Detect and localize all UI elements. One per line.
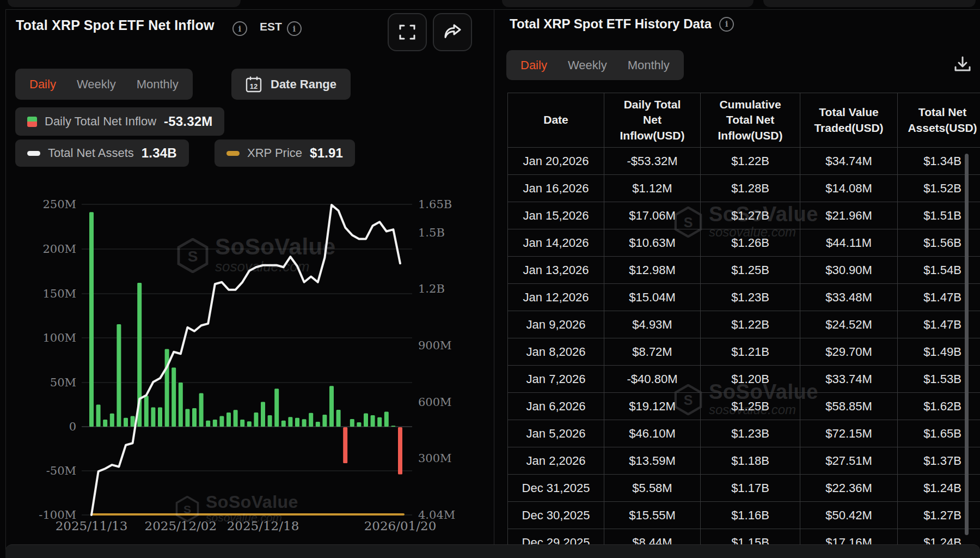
inflow-bar[interactable] [117,324,121,427]
value-cell: $58.85M [800,393,898,420]
inflow-bar[interactable] [151,407,155,427]
value-cell: $15.55M [604,502,701,529]
table-row[interactable]: Jan 6,2026$19.12M$1.25B$58.85M$1.62B [508,393,980,420]
inflow-bar[interactable] [226,413,231,427]
table-row[interactable]: Jan 12,2026$15.04M$1.23B$33.48M$1.47B [508,284,980,311]
table-row[interactable]: Dec 30,2025$15.55M$1.16B$50.42M$1.27B [508,502,980,529]
inflow-bar[interactable] [377,417,382,427]
inflow-bar[interactable] [336,410,341,427]
value-cell: $15.04M [604,284,701,311]
inflow-bar[interactable] [268,415,272,427]
inflow-bar[interactable] [103,420,107,427]
inflow-bar[interactable] [206,421,210,427]
left-axis-tick: 0 [0,420,76,434]
download-button[interactable] [952,53,973,75]
inflow-bar[interactable] [110,414,114,427]
left-axis-tick: 100M [0,331,76,345]
inflow-bar[interactable] [316,422,320,427]
value-cell: $46.10M [604,420,701,447]
table-row[interactable]: Jan 14,2026$10.63M$1.26B$44.11M$1.56B [508,229,980,257]
tab-weekly[interactable]: Weekly [568,58,607,72]
column-header: Cumulative Total Net Inflow(USD) [701,93,800,148]
inflow-bar[interactable] [343,427,347,463]
inflow-bar[interactable] [213,420,217,427]
inflow-bar[interactable] [371,415,375,427]
inflow-bar[interactable] [288,417,292,427]
inflow-bar[interactable] [329,386,334,427]
table-row[interactable]: Jan 2,2026$13.59M$1.18B$27.51M$1.37B [508,447,980,475]
value-cell: $29.70M [800,338,898,366]
value-cell: -$53.32M [604,148,701,175]
inflow-bar[interactable] [96,405,101,427]
table-row[interactable]: Jan 7,2026-$40.80M$1.20B$33.74M$1.53B [508,366,980,393]
value-cell: $1.18B [701,447,800,475]
right-axis-tick: 300M [418,451,452,465]
table-row[interactable]: Jan 13,2026$12.98M$1.25B$30.90M$1.54B [508,257,980,284]
inflow-bar[interactable] [165,349,169,427]
inflow-bar[interactable] [158,407,162,427]
right-axis-tick: 900M [418,338,452,353]
inflow-bar[interactable] [240,420,244,427]
inflow-bar[interactable] [295,418,299,427]
tab-monthly[interactable]: Monthly [628,58,670,72]
table-row[interactable]: Jan 16,2026$1.12M$1.28B$14.08M$1.52B [508,175,980,202]
inflow-bar[interactable] [247,421,252,427]
inflow-bar[interactable] [219,416,224,427]
inflow-bar[interactable] [391,426,395,427]
date-cell: Jan 12,2026 [508,284,604,311]
inflow-bar[interactable] [302,419,307,427]
value-cell: $22.36M [800,475,898,502]
date-cell: Jan 5,2026 [508,420,604,447]
inflow-bar[interactable] [234,410,238,427]
value-cell: $1.21B [701,338,800,366]
inflow-bar[interactable] [192,408,197,427]
inflow-bar[interactable] [89,212,94,427]
inflow-bar[interactable] [322,415,327,427]
right-axis-tick: 1.65B [418,197,452,211]
value-cell: $44.11M [800,229,898,257]
column-header: Total Net Assets(USD) [898,93,980,148]
date-cell: Jan 9,2026 [508,311,604,338]
panel-divider [494,10,494,544]
value-cell: $13.59M [604,447,701,475]
download-icon [954,56,971,73]
history-table: DateDaily Total Net Inflow(USD)Cumulativ… [507,93,980,556]
x-axis-tick: 2026/01/20 [351,519,449,533]
inflow-bar[interactable] [274,389,279,427]
inflow-bar[interactable] [261,402,265,427]
table-row[interactable]: Jan 5,2026$46.10M$1.23B$72.15M$1.65B [508,420,980,447]
inflow-bar[interactable] [144,396,149,427]
inflow-bar[interactable] [131,416,135,427]
tab-daily[interactable]: Daily [520,58,547,72]
value-cell: $1.17B [701,475,800,502]
table-row[interactable]: Jan 8,2026$8.72M$1.21B$29.70M$1.49B [508,338,980,366]
table-scrollbar[interactable] [965,154,969,535]
inflow-bar[interactable] [384,411,389,427]
x-axis-tick: 2025/12/18 [214,519,312,533]
inflow-bar[interactable] [350,419,354,427]
table-row[interactable]: Dec 31,2025$5.58M$1.17B$22.36M$1.24B [508,475,980,502]
inflow-bar[interactable] [398,427,402,474]
value-cell: $1.25B [701,393,800,420]
table-info-icon[interactable]: i [719,17,734,32]
table-row[interactable]: Jan 15,2026$17.06M$1.27B$21.96M$1.51B [508,202,980,229]
inflow-bar[interactable] [171,368,176,427]
inflow-bar[interactable] [179,383,183,427]
inflow-bar[interactable] [124,418,128,427]
date-cell: Dec 31,2025 [508,475,604,502]
inflow-bar[interactable] [309,413,313,427]
inflow-bar[interactable] [254,413,258,427]
value-cell: $4.93M [604,311,701,338]
date-cell: Jan 20,2026 [508,148,604,175]
inflow-bar[interactable] [185,409,189,427]
value-cell: $30.90M [800,257,898,284]
right-axis-tick: 600M [418,395,452,409]
table-row[interactable]: Jan 20,2026-$53.32M$1.22B$34.74M$1.34B [508,148,980,175]
table-row[interactable]: Jan 9,2026$4.93M$1.22B$24.52M$1.47B [508,311,980,338]
inflow-bar[interactable] [357,422,361,427]
inflow-bar[interactable] [281,421,286,427]
inflow-bar[interactable] [364,414,368,427]
value-cell: $33.48M [800,284,898,311]
date-cell: Jan 7,2026 [508,366,604,393]
inflow-bar[interactable] [199,393,204,427]
